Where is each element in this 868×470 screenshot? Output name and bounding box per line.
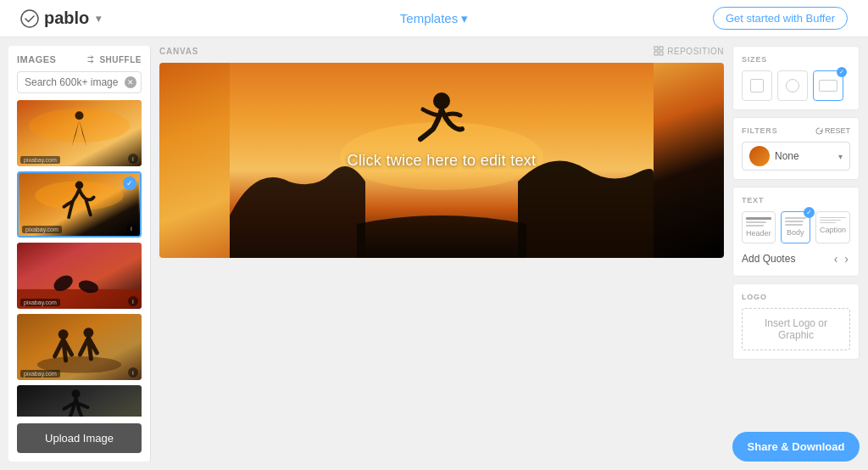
shuffle-icon (87, 55, 96, 64)
logo-title: LOGO (742, 293, 850, 301)
svg-point-0 (21, 10, 38, 27)
line-1 (746, 217, 771, 220)
list-item[interactable]: pixabay.com i (17, 385, 142, 417)
info-icon: i (128, 367, 138, 378)
get-started-label: Get started with Buffer (726, 12, 835, 25)
sidebar-header: IMAGES SHUFFLE (8, 54, 150, 71)
svg-point-16 (72, 389, 81, 398)
get-started-button[interactable]: Get started with Buffer (713, 7, 848, 30)
filters-header: FILTERS RESET (742, 126, 850, 135)
sizes-title: SIZES (742, 55, 850, 64)
text-section: TEXT Header ✓ (732, 187, 860, 277)
templates-chevron-icon: ▾ (461, 11, 468, 26)
size-circle-button[interactable] (777, 70, 808, 101)
images-label: IMAGES (17, 54, 56, 64)
templates-button[interactable]: Templates ▾ (400, 11, 468, 26)
nav-arrows: ‹ › (832, 252, 850, 266)
filters-section: FILTERS RESET None ▾ (732, 117, 860, 180)
body-label: Body (787, 228, 804, 237)
share-download-label: Share & Download (748, 440, 845, 453)
upload-image-button[interactable]: Upload Image (17, 423, 142, 453)
next-arrow-button[interactable]: › (843, 252, 850, 266)
pixabay-badge: pixabay.com (22, 226, 62, 233)
app-logo[interactable]: pablo ▾ (20, 8, 101, 28)
insert-logo-button[interactable]: Insert Logo or Graphic (742, 308, 850, 350)
share-download-button[interactable]: Share & Download (732, 432, 860, 462)
app-name: pablo (44, 8, 89, 28)
add-quotes-label: Add Quotes (742, 253, 795, 265)
image-list: pixabay.com i (8, 100, 150, 417)
header-label: Header (746, 229, 771, 238)
search-input[interactable] (17, 71, 142, 93)
size-square-button[interactable] (742, 70, 772, 101)
line-3 (785, 224, 804, 226)
insert-logo-label: Insert Logo or Graphic (765, 317, 827, 341)
spacer (732, 366, 860, 425)
pablo-logo-icon (20, 9, 39, 28)
logo-dropdown-icon[interactable]: ▾ (96, 13, 101, 25)
reset-label: RESET (825, 126, 850, 135)
text-body-button[interactable]: ✓ Body (781, 211, 810, 243)
reset-icon (815, 127, 823, 135)
line-2 (785, 221, 804, 222)
reset-button[interactable]: RESET (815, 126, 850, 135)
search-bar: ✕ (17, 71, 142, 93)
pixabay-badge: pixabay.com (20, 370, 60, 378)
list-item[interactable]: pixabay.com i (17, 243, 142, 309)
runner-silhouette-img5 (17, 385, 142, 417)
shuffle-button[interactable]: SHUFFLE (87, 55, 142, 64)
filter-chevron-icon: ▾ (838, 152, 843, 161)
canvas-image: Click twice here to edit text (159, 63, 724, 258)
shuffle-label: SHUFFLE (99, 55, 142, 64)
main-layout: IMAGES SHUFFLE ✕ (0, 37, 868, 470)
reposition-button[interactable]: REPOSITION (654, 46, 724, 56)
canvas-edit-text[interactable]: Click twice here to edit text (348, 152, 537, 170)
svg-rect-19 (659, 47, 663, 50)
active-check-icon: ✓ (837, 67, 847, 77)
image-thumbnail (17, 385, 142, 417)
text-caption-button[interactable]: Caption (815, 211, 850, 243)
pixabay-badge: pixabay.com (20, 299, 60, 306)
header: pablo ▾ Templates ▾ Get started with Buf… (0, 0, 868, 37)
prev-arrow-button[interactable]: ‹ (832, 252, 840, 266)
line-1 (785, 217, 806, 219)
body-active-check: ✓ (804, 207, 815, 218)
filter-name: None (775, 150, 833, 162)
size-wide-button[interactable]: ✓ (813, 70, 843, 101)
right-panel: SIZES ✓ FILTERS (732, 37, 868, 470)
sizes-row: ✓ (742, 70, 850, 101)
canvas-frame[interactable]: Click twice here to edit text (159, 63, 724, 258)
line-2 (746, 221, 766, 223)
reposition-label: REPOSITION (667, 47, 724, 56)
header-center: Templates ▾ (400, 11, 468, 26)
templates-label: Templates (400, 11, 458, 25)
list-item[interactable]: pixabay.com i (17, 100, 142, 166)
square-icon (750, 79, 764, 92)
text-header-button[interactable]: Header (742, 211, 776, 243)
logo-section: LOGO Insert Logo or Graphic (732, 283, 860, 360)
reposition-icon (654, 46, 664, 56)
caption-lines (820, 217, 846, 223)
selected-check-icon: ✓ (123, 176, 136, 190)
canvas-label-text: CANVAS (159, 47, 198, 56)
sizes-section: SIZES ✓ (732, 46, 860, 110)
caption-label: Caption (820, 226, 846, 234)
info-icon: i (128, 296, 138, 306)
pixabay-badge: pixabay.com (20, 156, 60, 164)
header-lines (746, 217, 771, 227)
line-1 (820, 217, 846, 218)
canvas-area: CANVAS REPOSITION (151, 37, 732, 470)
wide-icon (819, 80, 837, 92)
search-clear-button[interactable]: ✕ (125, 76, 136, 88)
canvas-header: CANVAS REPOSITION (159, 46, 724, 56)
svg-point-13 (58, 329, 69, 339)
filter-dropdown[interactable]: None ▾ (742, 142, 850, 171)
circle-icon (786, 79, 799, 92)
filter-preview (749, 146, 770, 166)
info-icon: i (128, 154, 138, 164)
list-item[interactable]: pixabay.com i ✓ (17, 171, 142, 238)
list-item[interactable]: pixabay.com i (17, 314, 142, 380)
body-lines (785, 217, 806, 226)
add-quotes-row: Add Quotes ‹ › (742, 250, 850, 267)
svg-rect-21 (659, 52, 663, 55)
